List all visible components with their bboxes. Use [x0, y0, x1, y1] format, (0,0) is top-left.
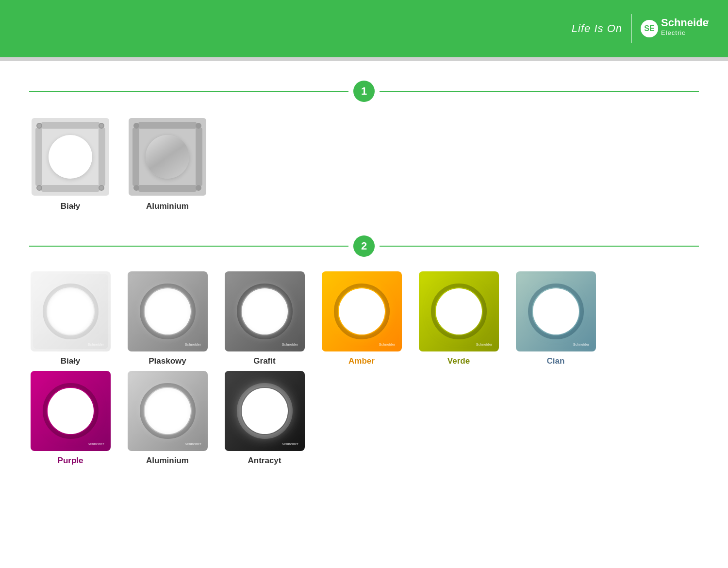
frame-aluminium2-circle — [145, 388, 191, 434]
mech-bracket-top-alum — [138, 122, 197, 129]
mech-screw-tl-alum — [133, 123, 139, 129]
brand-mark-piaskowy: Schneider — [185, 343, 201, 346]
section2-product-grid: Schneider Biały Schneider Piaskowy — [29, 271, 699, 366]
product-s2-amber: Schneider Amber — [320, 271, 403, 366]
section1-line-right — [380, 91, 699, 92]
main-content: 1 Biały — [0, 81, 728, 466]
mech-circle-alum — [146, 135, 189, 179]
frame-grafit: Schneider — [227, 274, 302, 349]
frame-grafit-circle — [242, 288, 288, 334]
product-s2-piaskowy-label: Piaskowy — [149, 356, 186, 366]
product-s2-grafit-label: Grafit — [253, 356, 275, 366]
product-s2-aluminium: Schneider Aluminium — [126, 371, 209, 466]
header-divider — [631, 14, 632, 43]
header: Life Is On SE Schneider Electric ® — [0, 0, 728, 57]
section1-badge: 1 — [353, 81, 375, 102]
brand-mark-bialy: Schneider — [88, 343, 104, 346]
brand-mark-aluminium2: Schneider — [185, 442, 201, 446]
schneider-logo: SE Schneider Electric ® — [641, 15, 709, 43]
mech-bracket-bottom — [41, 185, 99, 192]
svg-text:SE: SE — [644, 24, 655, 33]
product-s1-bialy-image — [31, 117, 111, 197]
mech-screw-tr — [99, 123, 104, 129]
frame-purple-circle — [48, 388, 94, 434]
product-s2-cian-label: Cian — [547, 356, 565, 366]
frame-amber-circle — [339, 288, 385, 334]
mech-aluminium — [129, 118, 206, 196]
section1-line-left — [29, 91, 348, 92]
mech-bracket-right-alum — [196, 128, 202, 186]
section2-product-grid-row2: Schneider Purple Schneider Aluminium — [29, 371, 699, 466]
frame-verde: Schneider — [421, 274, 496, 349]
section2-badge: 2 — [353, 235, 375, 257]
product-s1-bialy: Biały — [29, 117, 112, 211]
mech-bracket-top — [41, 122, 99, 129]
brand-mark-grafit: Schneider — [282, 343, 298, 346]
mech-screw-bl-alum — [133, 185, 139, 191]
product-s2-cian: Schneider Cian — [514, 271, 597, 366]
product-s2-cian-image: Schneider — [516, 271, 596, 351]
mech-circle-white — [49, 135, 92, 179]
mech-bracket-right — [99, 128, 105, 186]
product-s1-aluminium-label: Aluminium — [146, 201, 189, 211]
brand-mark-cian: Schneider — [573, 343, 590, 346]
product-s2-verde-label: Verde — [447, 356, 470, 366]
frame-bialy-circle — [48, 288, 94, 334]
mech-screw-br-alum — [196, 185, 201, 191]
product-s2-purple: Schneider Purple — [29, 371, 112, 466]
product-s2-antracyt-label: Antracyt — [248, 456, 281, 466]
frame-antracyt: Schneider — [227, 373, 302, 449]
product-s2-aluminium-image: Schneider — [128, 371, 208, 451]
frame-antracyt-circle — [242, 388, 288, 434]
frame-piaskowy: Schneider — [130, 274, 205, 349]
svg-text:®: ® — [707, 19, 709, 24]
mech-screw-tl — [36, 123, 42, 129]
product-s2-amber-image: Schneider — [322, 271, 402, 351]
svg-text:Electric: Electric — [661, 29, 686, 36]
mech-bracket-left — [35, 128, 42, 186]
mech-bracket-left-alum — [132, 128, 139, 186]
product-s2-bialy: Schneider Biały — [29, 271, 112, 366]
product-s2-piaskowy-image: Schneider — [128, 271, 208, 351]
mech-screw-tr-alum — [196, 123, 201, 129]
frame-aluminium2: Schneider — [130, 373, 205, 449]
frame-purple: Schneider — [33, 373, 108, 449]
mech-bracket-bottom-alum — [138, 185, 197, 192]
schneider-logo-svg: SE Schneider Electric ® — [641, 15, 709, 43]
frame-piaskowy-circle — [145, 288, 191, 334]
brand-mark-verde: Schneider — [476, 343, 493, 346]
frame-bialy: Schneider — [33, 274, 108, 349]
mech-screw-bl — [36, 185, 42, 191]
life-is-on-text: Life Is On — [572, 22, 622, 35]
product-s2-aluminium-label: Aluminium — [146, 456, 189, 466]
header-separator — [0, 57, 728, 61]
product-s1-aluminium: Aluminium — [126, 117, 209, 211]
product-s2-purple-image: Schneider — [31, 371, 111, 451]
product-s1-bialy-label: Biały — [61, 201, 81, 211]
frame-cian: Schneider — [518, 274, 594, 349]
product-s2-piaskowy: Schneider Piaskowy — [126, 271, 209, 366]
product-s1-aluminium-image — [128, 117, 208, 197]
frame-amber: Schneider — [324, 274, 399, 349]
mech-screw-br — [99, 185, 104, 191]
frame-verde-circle — [436, 288, 482, 334]
product-s2-grafit: Schneider Grafit — [223, 271, 306, 366]
brand-mark-antracyt: Schneider — [282, 442, 298, 446]
section1-divider: 1 — [29, 81, 699, 102]
product-s2-verde-image: Schneider — [419, 271, 499, 351]
brand-mark-amber: Schneider — [379, 343, 396, 346]
product-s2-verde: Schneider Verde — [417, 271, 500, 366]
product-s2-bialy-image: Schneider — [31, 271, 111, 351]
product-s2-amber-label: Amber — [348, 356, 375, 366]
product-s2-bialy-label: Biały — [61, 356, 81, 366]
product-s2-purple-label: Purple — [58, 456, 83, 466]
mech-white — [32, 118, 109, 196]
section2-line-right — [380, 246, 699, 247]
product-s2-antracyt-image: Schneider — [225, 371, 305, 451]
brand-mark-purple: Schneider — [88, 442, 104, 446]
section1-product-grid: Biały Aluminium — [29, 117, 699, 211]
section2-divider: 2 — [29, 235, 699, 257]
svg-text:Schneider: Schneider — [661, 17, 709, 29]
product-s2-grafit-image: Schneider — [225, 271, 305, 351]
frame-cian-circle — [533, 288, 579, 334]
